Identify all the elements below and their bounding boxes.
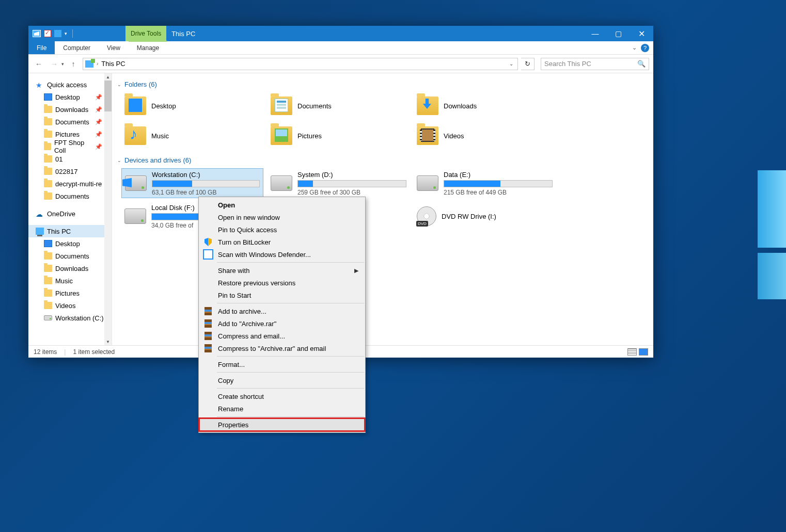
context-menu-item[interactable]: Add to archive... — [199, 305, 365, 317]
sidebar-item[interactable]: decrypt-multi-re — [28, 178, 112, 190]
sidebar-onedrive[interactable]: ☁ OneDrive — [28, 207, 112, 220]
help-icon[interactable]: ? — [641, 44, 649, 52]
drive-icon — [124, 208, 146, 224]
context-menu-item[interactable]: Format... — [199, 358, 365, 370]
contextual-tab-drive-tools[interactable]: Drive Tools — [125, 26, 166, 41]
sidebar-item[interactable]: Workstation (C:) — [28, 312, 112, 324]
titlebar[interactable]: ▾ Drive Tools This PC — ▢ ✕ — [28, 26, 653, 41]
sidebar-item[interactable]: Pictures — [28, 287, 112, 299]
forward-button[interactable]: → — [48, 58, 60, 70]
shield-icon — [203, 237, 213, 247]
breadcrumb-chevron-icon[interactable]: › — [97, 61, 98, 67]
tab-computer[interactable]: Computer — [55, 41, 99, 54]
folder-icon — [44, 277, 52, 284]
sidebar-item[interactable]: Music — [28, 275, 112, 287]
context-menu-item[interactable]: Rename — [199, 402, 365, 415]
sidebar-item-label: Desktop — [55, 93, 80, 101]
folder-icon — [44, 143, 51, 150]
group-header-drives[interactable]: ⌄ Devices and drives (6) — [117, 156, 647, 164]
close-button[interactable]: ✕ — [630, 26, 653, 41]
context-menu-item[interactable]: Share with▶ — [199, 264, 365, 277]
drive-tile[interactable]: DVD RW Drive (I:) — [414, 201, 556, 231]
folder-tile[interactable]: Downloads — [414, 92, 556, 119]
drive-label: Workstation (C:) — [152, 171, 260, 179]
ribbon-expand-icon[interactable]: ⌄ — [632, 44, 637, 51]
sidebar-label: Quick access — [47, 81, 87, 89]
sidebar-item[interactable]: Downloads 📌 — [28, 103, 112, 116]
sidebar-item[interactable]: 01 — [28, 153, 112, 165]
folder-label: Documents — [297, 102, 332, 110]
context-menu-item[interactable]: Pin to Quick access — [199, 223, 365, 236]
view-details-icon[interactable] — [627, 348, 637, 356]
drive-label: DVD RW Drive (I:) — [442, 213, 553, 220]
address-dropdown-icon[interactable]: ⌄ — [507, 61, 515, 67]
sidebar-item[interactable]: Documents — [28, 250, 112, 262]
sidebar-item[interactable]: Desktop 📌 — [28, 91, 112, 103]
scroll-down-icon[interactable]: ▼ — [104, 338, 112, 345]
maximize-button[interactable]: ▢ — [607, 26, 630, 41]
scroll-thumb[interactable] — [104, 80, 112, 111]
back-button[interactable]: ← — [33, 58, 45, 70]
rar-icon — [203, 331, 213, 341]
context-menu-item[interactable]: Open in new window — [199, 211, 365, 223]
breadcrumb-location[interactable]: This PC — [101, 60, 125, 68]
qat-newfolder-icon[interactable] — [54, 30, 61, 37]
context-menu-item[interactable]: Compress and email... — [199, 330, 365, 342]
sidebar-item[interactable]: Downloads — [28, 262, 112, 275]
qat-properties-icon[interactable] — [44, 30, 51, 37]
drive-tile[interactable]: Workstation (C:) 63,1 GB free of 100 GB — [121, 168, 263, 198]
folder-tile[interactable]: Desktop — [121, 92, 263, 119]
context-menu-item[interactable]: Add to "Archive.rar" — [199, 317, 365, 330]
folder-label: Videos — [444, 132, 464, 140]
star-icon: ★ — [36, 81, 44, 88]
status-selection: 1 item selected — [73, 348, 115, 356]
menu-separator — [217, 416, 364, 417]
status-item-count: 12 items — [34, 348, 57, 356]
view-tiles-icon[interactable] — [639, 348, 648, 356]
context-menu-item[interactable]: Open — [199, 199, 365, 211]
tab-file[interactable]: File — [28, 41, 55, 54]
refresh-button[interactable]: ↻ — [521, 58, 535, 70]
search-input[interactable]: Search This PC 🔍 — [541, 58, 649, 70]
history-dropdown-icon[interactable]: ▾ — [61, 61, 64, 67]
context-menu-item[interactable]: Compress to "Archive.rar" and email — [199, 342, 365, 354]
sidebar-scrollbar[interactable]: ▲ ▼ — [104, 73, 112, 345]
context-menu-item[interactable]: Turn on BitLocker — [199, 236, 365, 248]
sidebar-item[interactable]: Documents — [28, 190, 112, 202]
minimize-button[interactable]: — — [584, 26, 607, 41]
folder-icon — [44, 118, 52, 125]
sidebar-item[interactable]: Documents 📌 — [28, 116, 112, 128]
folder-icon — [44, 302, 52, 309]
folder-tile[interactable]: Pictures — [268, 122, 410, 149]
scroll-up-icon[interactable]: ▲ — [104, 73, 112, 80]
context-menu-item[interactable]: Pin to Start — [199, 289, 365, 301]
folder-tile[interactable]: Documents — [268, 92, 410, 119]
folder-tile[interactable]: Videos — [414, 122, 556, 149]
folder-tile[interactable]: Music — [121, 122, 263, 149]
menu-separator — [217, 303, 364, 303]
context-menu-item[interactable]: Scan with Windows Defender... — [199, 248, 365, 261]
context-menu-item[interactable]: Properties — [199, 418, 365, 431]
context-menu-item[interactable]: Create shortcut — [199, 390, 365, 402]
tab-view[interactable]: View — [99, 41, 129, 54]
folder-icon — [124, 126, 146, 145]
sidebar-item[interactable]: FPT Shop Coll 📌 — [28, 140, 112, 153]
sidebar-item[interactable]: Videos — [28, 299, 112, 312]
tab-manage[interactable]: Manage — [129, 41, 167, 54]
folder-icon — [44, 131, 52, 138]
drive-tile[interactable]: System (D:) 259 GB free of 300 GB — [268, 168, 410, 198]
window-title: This PC — [166, 26, 200, 41]
sidebar-quick-access[interactable]: ★ Quick access — [28, 78, 112, 91]
sidebar-item[interactable]: 022817 — [28, 165, 112, 178]
context-menu-item[interactable]: Restore previous versions — [199, 277, 365, 289]
address-bar[interactable]: › This PC ⌄ — [83, 58, 518, 70]
qat-dropdown-icon[interactable]: ▾ — [65, 31, 67, 36]
sidebar-item-label: Documents — [55, 118, 89, 126]
sidebar-item[interactable]: Desktop — [28, 237, 112, 250]
up-button[interactable]: ↑ — [67, 58, 80, 70]
menu-separator — [217, 388, 364, 389]
sidebar-this-pc[interactable]: This PC — [28, 225, 112, 237]
group-header-folders[interactable]: ⌄ Folders (6) — [117, 80, 647, 88]
context-menu-item[interactable]: Copy — [199, 374, 365, 386]
drive-tile[interactable]: Data (E:) 215 GB free of 449 GB — [414, 168, 556, 198]
